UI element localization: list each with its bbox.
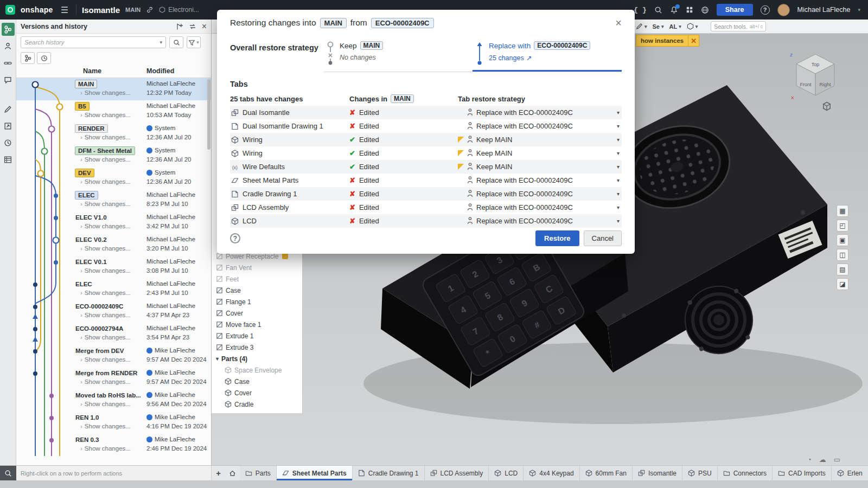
display-mode-icon[interactable]: ◫ xyxy=(837,249,848,261)
chevron-down-icon[interactable]: ▾ xyxy=(216,356,219,362)
linked-documents-icon[interactable] xyxy=(2,56,15,69)
show-changes-link[interactable]: ›Show changes... xyxy=(80,156,131,163)
chevron-down-icon[interactable]: ▾ xyxy=(617,177,620,183)
history-filter-toggle[interactable] xyxy=(37,52,51,64)
globe-icon[interactable] xyxy=(701,6,709,14)
notifications-icon[interactable] xyxy=(670,6,678,14)
bottom-search-icon[interactable] xyxy=(0,466,16,480)
keep-option[interactable]: KeepMAIN No changes xyxy=(323,36,473,72)
feature-tree-item[interactable]: Cradle xyxy=(212,399,302,410)
show-changes-link[interactable]: ›Show changes... xyxy=(80,89,131,96)
show-changes-link[interactable]: ›Show changes... xyxy=(80,201,131,207)
version-row[interactable]: ECO-00002409C ›Show changes... Michael L… xyxy=(16,300,211,323)
show-changes-link[interactable]: ›Show changes... xyxy=(80,134,131,140)
cancel-button[interactable]: Cancel xyxy=(584,230,622,246)
tab-strategy-dropdown[interactable]: Keep MAIN ▾ xyxy=(458,163,622,171)
history-icon[interactable] xyxy=(2,136,15,149)
copy-link-icon[interactable] xyxy=(146,6,154,14)
dialog-help-icon[interactable]: ? xyxy=(230,233,240,243)
show-changes-link[interactable]: ›Show changes... xyxy=(80,112,131,118)
tab-strategy-dropdown[interactable]: Replace with ECO-00002409C ▾ xyxy=(458,108,622,117)
version-row[interactable]: RENDER ›Show changes... System 12:36 AM … xyxy=(16,123,211,145)
version-row[interactable]: ELEC V1.0 ›Show changes... Michael LaFle… xyxy=(16,211,211,234)
feature-tree-item[interactable]: Flange 1 xyxy=(212,296,302,307)
version-row[interactable]: Merge from DEV ›Show changes... Mike LaF… xyxy=(16,345,211,367)
document-tab[interactable]: LCD xyxy=(489,466,524,480)
perspective-icon[interactable] xyxy=(821,101,832,112)
show-changes-link[interactable]: ›Show changes... xyxy=(80,401,131,407)
feature-tree-item[interactable]: Space Envelope xyxy=(212,364,302,376)
version-row[interactable]: REN 0.3 ›Show changes... Mike LaFleche 2… xyxy=(16,434,211,456)
version-row[interactable]: ELEC ›Show changes... Michael LaFleche 8… xyxy=(16,189,211,211)
show-changes-link[interactable]: ›Show changes... xyxy=(80,178,131,185)
graph-view-toggle[interactable] xyxy=(21,52,35,64)
chevron-down-icon[interactable]: ▾ xyxy=(617,110,620,115)
notification-close-icon[interactable]: ✕ xyxy=(688,35,699,47)
show-changes-link[interactable]: ›Show changes... xyxy=(80,356,131,363)
versions-scrollbar[interactable] xyxy=(207,79,210,150)
feature-tree-item[interactable]: Extrude 1 xyxy=(212,330,302,342)
onshape-logo-icon[interactable] xyxy=(5,5,15,15)
version-row[interactable]: MAIN ›Show changes... Michael LaFleche 1… xyxy=(16,78,211,100)
section-view-icon[interactable]: ▦ xyxy=(837,205,848,217)
chevron-down-icon[interactable]: ▾ xyxy=(617,204,620,210)
show-changes-link[interactable]: ›Show changes... xyxy=(80,423,131,429)
version-row[interactable]: Merge from RENDER ›Show changes... Mike … xyxy=(16,367,211,389)
restore-button[interactable]: Restore xyxy=(535,230,579,246)
view-cube-top-label[interactable]: Top xyxy=(812,62,820,67)
search-tools-input[interactable]: Search tools... alt+/ c xyxy=(711,21,766,31)
document-tab[interactable]: 60mm Fan xyxy=(580,466,633,480)
document-tab[interactable]: Erlen xyxy=(832,466,868,480)
version-row[interactable]: DFM - Sheet Metal ›Show changes... Syste… xyxy=(16,145,211,167)
help-icon[interactable]: ? xyxy=(761,5,770,15)
named-views-icon[interactable]: ▣ xyxy=(837,234,848,246)
avatar[interactable] xyxy=(777,4,790,16)
tab-strategy-dropdown[interactable]: Replace with ECO-00002409C ▾ xyxy=(458,190,622,198)
share-button[interactable]: Share xyxy=(717,4,753,16)
document-tab[interactable]: 4x4 Keypad xyxy=(524,466,579,480)
onshape-logo-text[interactable]: onshape xyxy=(21,5,53,14)
version-row[interactable]: ECO-00002794A ›Show changes... Michael L… xyxy=(16,323,211,345)
feature-tree-item[interactable]: Case xyxy=(212,376,302,387)
isolate-icon[interactable]: ▤ xyxy=(837,264,848,275)
show-changes-link[interactable]: ›Show changes... xyxy=(80,312,131,318)
follow-mode-icon[interactable] xyxy=(2,40,15,53)
sketch-tools-dropdown[interactable]: ▾ xyxy=(636,23,647,30)
appearance-icon[interactable]: ◪ xyxy=(837,278,848,290)
search-history-input[interactable]: Search history ▾ xyxy=(21,36,166,48)
bom-table-icon[interactable] xyxy=(2,153,15,166)
align-tools-dropdown[interactable]: AL▾ xyxy=(669,23,681,30)
sync-status-icon[interactable]: ☁ xyxy=(819,455,826,464)
feature-tree-item[interactable]: Cover xyxy=(212,387,302,399)
search-icon[interactable] xyxy=(654,6,662,14)
document-tab[interactable]: Cradle Drawing 1 xyxy=(353,466,425,480)
version-row[interactable]: Moved tab RoHS lab... ›Show changes... M… xyxy=(16,389,211,412)
featurescript-icon[interactable]: { } xyxy=(634,6,646,14)
workspace-label[interactable]: MAIN xyxy=(125,7,141,13)
close-icon[interactable]: × xyxy=(615,17,622,28)
show-changes-link[interactable]: ›Show changes... xyxy=(80,290,131,296)
document-tab[interactable]: Isomantle xyxy=(633,466,682,480)
tab-manager-icon[interactable] xyxy=(226,466,240,480)
tab-strategy-dropdown[interactable]: Replace with ECO-00002409C ▾ xyxy=(458,217,622,225)
version-row[interactable]: ELEC V0.1 ›Show changes... Michael LaFle… xyxy=(16,256,211,278)
chevron-down-icon[interactable]: ▾ xyxy=(617,191,620,197)
show-changes-link[interactable]: ›Show changes... xyxy=(80,445,131,452)
document-tab[interactable]: Connectors xyxy=(718,466,773,480)
tab-strategy-dropdown[interactable]: Replace with ECO-00002409C ▾ xyxy=(458,203,622,211)
feature-tree-item[interactable]: Feet xyxy=(212,273,302,285)
version-row[interactable]: REN 1.0 ›Show changes... Mike LaFleche 4… xyxy=(16,412,211,434)
sheetmetal-tools-dropdown[interactable]: Se▾ xyxy=(653,23,664,30)
search-button[interactable] xyxy=(169,36,183,48)
tab-strategy-dropdown[interactable]: Replace with ECO-00002409C ▾ xyxy=(458,122,622,130)
chevron-down-icon[interactable]: ▾ xyxy=(617,218,620,224)
feature-tree-item[interactable]: Move face 1 xyxy=(212,319,302,330)
chevron-down-icon[interactable]: ▾ xyxy=(617,137,620,143)
versions-history-icon[interactable] xyxy=(2,23,15,36)
tab-strategy-dropdown[interactable]: Keep MAIN ▾ xyxy=(458,149,622,157)
chevron-down-icon[interactable]: ▾ xyxy=(617,164,620,170)
references-icon[interactable] xyxy=(2,119,15,132)
feature-tree-item[interactable]: Extrude 3 xyxy=(212,342,302,353)
version-row[interactable]: ELEC ›Show changes... Michael LaFleche 2… xyxy=(16,278,211,300)
document-tab[interactable]: PSU xyxy=(682,466,718,480)
